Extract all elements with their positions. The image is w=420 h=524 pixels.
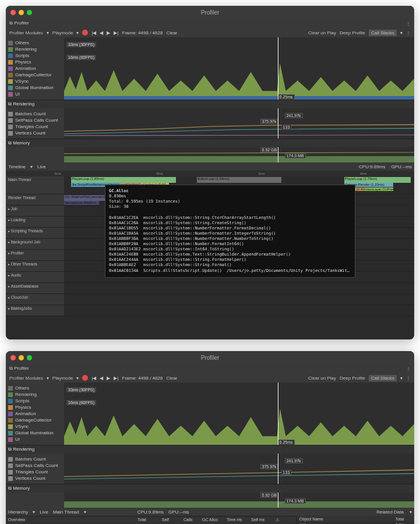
thread-dropdown[interactable]: Main Thread <box>53 509 79 515</box>
module-scripts[interactable]: Scripts <box>8 52 62 59</box>
record-button[interactable] <box>82 30 88 36</box>
kebab-icon[interactable]: ⋮ <box>406 366 411 371</box>
rendering-header[interactable]: ⧉ Rendering <box>6 445 414 454</box>
module-physics[interactable]: Physics <box>8 59 62 65</box>
playhead[interactable] <box>278 37 278 100</box>
record-button[interactable] <box>82 375 88 381</box>
track-profiler[interactable]: Profiler <box>6 250 64 260</box>
track-scripting[interactable]: Scripting Threads <box>6 228 64 238</box>
rendering-header[interactable]: ⧉ Rendering <box>6 100 414 108</box>
cpu-module-sidebar: OthersRenderingScriptsPhysicsAnimationGa… <box>6 37 64 100</box>
track-job[interactable]: Job <box>6 206 64 216</box>
clear-button[interactable]: Clear <box>166 30 177 36</box>
call-stacks-toggle[interactable]: Call Stacks <box>369 375 397 381</box>
step-fwd-button[interactable]: ▶ <box>107 376 110 381</box>
clear-on-play-toggle[interactable]: Clear on Play <box>308 376 336 381</box>
titlebar: Profiler <box>6 6 414 19</box>
deep-profile-toggle[interactable]: Deep Profile <box>340 30 365 36</box>
axis-30fps: 33ms (30FPS) <box>66 42 96 47</box>
memory-header[interactable]: ⧉ Memory <box>6 484 414 493</box>
clear-on-play-toggle[interactable]: Clear on Play <box>308 30 336 36</box>
profiler-modules-dropdown[interactable]: Profiler Modules <box>9 30 43 36</box>
module-rendering[interactable]: Rendering <box>8 391 62 398</box>
svg-rect-1 <box>64 501 414 508</box>
related-data-dropdown[interactable]: Related Data <box>376 509 404 515</box>
next-frame-button[interactable]: ▶| <box>114 376 118 381</box>
profiler-modules-dropdown[interactable]: Profiler Modules <box>9 376 43 381</box>
memory-chart[interactable]: 0.92 GB 174.3 MB <box>64 493 414 508</box>
cpu-module-sidebar: OthersRenderingScriptsPhysicsAnimationGa… <box>6 383 64 445</box>
cpu-chart[interactable]: 33ms (30FPS) 16ms (60FPS) 0.25ms <box>64 383 414 445</box>
playmode-dropdown[interactable]: Playmode <box>52 30 73 36</box>
hierarchy-table[interactable]: Overview Total Self Calls GC Alloc Time … <box>6 516 297 524</box>
context-menu-icon[interactable]: ⋮ <box>406 30 411 36</box>
live-toggle[interactable]: Live <box>37 164 46 169</box>
counter[interactable]: Batches Count <box>8 111 62 117</box>
counter[interactable]: Triangles Count <box>8 123 62 130</box>
module-ui[interactable]: UI <box>8 436 62 442</box>
prev-frame-button[interactable]: |◀ <box>91 376 96 381</box>
track-cloudjob[interactable]: CloudJob <box>6 294 64 305</box>
rendering-sidebar: Batches CountSetPass Calls CountTriangle… <box>6 108 64 139</box>
cpu-chart[interactable]: 33ms (30FPS) 16ms (60FPS) 0.25ms <box>64 37 414 100</box>
call-stacks-toggle[interactable]: Call Stacks <box>369 30 397 36</box>
next-frame-button[interactable]: ▶| <box>114 30 118 36</box>
deep-profile-toggle[interactable]: Deep Profile <box>340 376 365 381</box>
module-vsync[interactable]: VSync <box>8 423 62 430</box>
module-rendering[interactable]: Rendering <box>8 46 62 52</box>
module-vsync[interactable]: VSync <box>8 78 62 84</box>
module-global illumination[interactable]: Global Illumination <box>8 84 62 91</box>
timeline-tracks: Main Thread PlayerLoop (1.85ms) Jre.Scri… <box>6 176 414 316</box>
module-animation[interactable]: Animation <box>8 410 62 417</box>
step-back-button[interactable]: ◀ <box>100 376 103 381</box>
context-menu-icon[interactable]: ⋮ <box>406 376 411 381</box>
memory-sidebar <box>6 147 64 162</box>
rendering-marker-b: 241.97k <box>285 113 303 118</box>
playmode-dropdown[interactable]: Playmode <box>52 376 73 381</box>
track-assetdb[interactable]: AssetDatabase <box>6 283 64 293</box>
gc-alloc-tooltip: GC.Alloc0.030msTotal: 0.595ms (19 Instan… <box>105 185 355 278</box>
memory-chart[interactable]: 0.92 GB 174.3 MB <box>64 147 414 162</box>
track-baking[interactable]: BakingJobs <box>6 305 64 316</box>
module-others[interactable]: Others <box>8 40 62 46</box>
cpu-stat: CPU:9.89ms <box>359 164 385 169</box>
memory-header[interactable]: ⧉ Memory <box>6 139 414 147</box>
rendering-chart[interactable]: 375.97k 241.97k 133 <box>64 108 414 139</box>
view-mode-dropdown[interactable]: Hierarchy <box>8 509 28 515</box>
titlebar: Profiler <box>6 351 414 364</box>
module-others[interactable]: Others <box>8 385 62 391</box>
module-animation[interactable]: Animation <box>8 65 62 72</box>
memory-marker-b: 174.3 MB <box>285 153 306 158</box>
module-ui[interactable]: UI <box>8 91 62 97</box>
counter[interactable]: SetPass Calls Count <box>8 462 62 469</box>
track-loading[interactable]: Loading <box>6 217 64 227</box>
kebab-icon[interactable]: ⋮ <box>406 21 411 26</box>
view-mode-dropdown[interactable]: Timeline <box>8 164 26 169</box>
module-scripts[interactable]: Scripts <box>8 398 62 404</box>
module-garbagecollector[interactable]: GarbageCollector <box>8 417 62 423</box>
module-garbagecollector[interactable]: GarbageCollector <box>8 72 62 78</box>
track-background[interactable]: Background Job <box>6 239 64 249</box>
counter[interactable]: Vertices Count <box>8 475 62 481</box>
cpu-marker: 0.25ms <box>278 94 295 100</box>
track-audio[interactable]: Audio <box>6 272 64 282</box>
memory-marker-a: 0.92 GB <box>260 147 279 153</box>
clear-button[interactable]: Clear <box>166 376 177 381</box>
prev-frame-button[interactable]: |◀ <box>91 30 96 36</box>
live-toggle[interactable]: Live <box>40 509 48 515</box>
related-data-panel: Object Name Total GC Alloc Time ms N/A0.… <box>297 516 414 524</box>
profiler-tab[interactable]: ⧉ Profiler <box>9 20 29 26</box>
rendering-chart[interactable]: 375.97k 241.97k 133 <box>64 454 414 484</box>
counter[interactable]: Batches Count <box>8 456 62 462</box>
counter[interactable]: Vertices Count <box>8 130 62 136</box>
counter[interactable]: SetPass Calls Count <box>8 117 62 123</box>
counter[interactable]: Triangles Count <box>8 469 62 475</box>
track-other[interactable]: Other Threads <box>6 261 64 271</box>
track-main-thread[interactable]: Main Thread <box>6 176 64 194</box>
track-render-thread[interactable]: Render Thread <box>6 194 64 205</box>
step-back-button[interactable]: ◀ <box>100 30 103 36</box>
profiler-tab[interactable]: ⧉ Profiler <box>9 366 29 371</box>
module-global illumination[interactable]: Global Illumination <box>8 430 62 436</box>
step-fwd-button[interactable]: ▶ <box>107 30 110 36</box>
module-physics[interactable]: Physics <box>8 404 62 410</box>
